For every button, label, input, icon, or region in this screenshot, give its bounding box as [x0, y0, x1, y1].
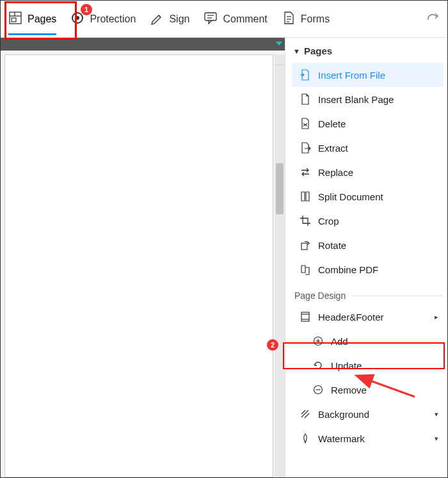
submenu-label: Remove	[331, 385, 367, 395]
chevron-down-icon: ▾	[435, 434, 438, 443]
menu-label: Insert Blank Page	[318, 94, 394, 105]
menu-label: Rotate	[318, 240, 346, 251]
blank-page-icon	[300, 93, 311, 105]
chevron-down-icon: ▾	[435, 410, 438, 418]
document-area	[1, 38, 285, 477]
sign-icon	[150, 11, 164, 28]
document-tabbar[interactable]	[1, 38, 285, 51]
menu-label: Combine PDF	[318, 264, 378, 275]
pages-icon	[8, 11, 22, 28]
tab-pages[interactable]: Pages	[8, 11, 56, 28]
panel-title: Pages	[304, 45, 332, 56]
background-icon	[300, 408, 311, 420]
rotate-icon	[300, 239, 311, 251]
svg-rect-3	[12, 18, 16, 22]
svg-line-24	[301, 410, 308, 417]
redo-icon	[426, 11, 440, 28]
main-toolbar: Pages Protection Sign Comment Forms	[1, 1, 447, 38]
menu-delete[interactable]: Delete	[292, 111, 444, 136]
watermark-icon	[300, 433, 311, 444]
menu-split[interactable]: Split Document	[292, 184, 444, 209]
tab-sign[interactable]: Sign	[150, 11, 189, 28]
tab-protection[interactable]: Protection	[70, 11, 136, 28]
svg-line-26	[305, 413, 309, 418]
annotation-badge-1: 1	[81, 4, 92, 15]
submenu-update[interactable]: Update	[292, 353, 444, 378]
delete-icon	[300, 118, 311, 129]
menu-insert-blank[interactable]: Insert Blank Page	[292, 87, 444, 111]
tab-sign-label: Sign	[169, 13, 189, 25]
menu-label: Extract	[318, 143, 348, 154]
menu-background[interactable]: Background ▾	[292, 402, 444, 426]
menu-label: Crop	[318, 216, 339, 227]
tab-forms[interactable]: Forms	[282, 11, 330, 28]
forms-icon	[282, 11, 296, 28]
tab-comment-label: Comment	[223, 13, 267, 25]
menu-replace[interactable]: Replace	[292, 160, 444, 184]
tab-comment[interactable]: Comment	[204, 11, 267, 28]
update-icon	[312, 360, 324, 371]
remove-icon	[312, 384, 324, 395]
menu-insert-from-file[interactable]: Insert From File	[292, 63, 444, 87]
menu-label: Background	[318, 409, 369, 420]
svg-line-6	[159, 15, 161, 17]
submenu-label: Update	[331, 360, 362, 371]
tab-protection-label: Protection	[90, 13, 136, 25]
document-viewport	[1, 51, 285, 477]
svg-point-5	[76, 16, 79, 20]
extract-icon	[300, 142, 311, 154]
scrollbar-vertical[interactable]	[275, 54, 285, 477]
submenu-label: Add	[331, 336, 348, 347]
document-page[interactable]	[4, 54, 273, 477]
side-panel-pages: ▼ Pages Insert From File Insert Blank Pa…	[285, 38, 447, 477]
svg-rect-15	[301, 243, 307, 250]
svg-rect-16	[301, 312, 309, 321]
menu-label: Split Document	[318, 191, 383, 202]
replace-icon	[300, 166, 311, 178]
section-page-design: Page Design	[292, 282, 444, 305]
add-icon	[312, 335, 324, 347]
tab-pages-label: Pages	[28, 13, 56, 25]
menu-label: Insert From File	[318, 70, 385, 81]
tab-forms-label: Forms	[301, 13, 330, 25]
header-footer-icon	[300, 311, 311, 323]
menu-header-footer[interactable]: Header&Footer ▸	[292, 305, 444, 329]
menu-extract[interactable]: Extract	[292, 136, 444, 160]
menu-label: Header&Footer	[318, 312, 384, 323]
menu-crop[interactable]: Crop	[292, 209, 444, 233]
menu-label: Delete	[318, 118, 346, 129]
split-icon	[300, 191, 311, 202]
redo-button[interactable]	[426, 11, 440, 28]
menu-label: Replace	[318, 167, 353, 178]
annotation-badge-2: 2	[267, 339, 278, 351]
crop-icon	[300, 215, 311, 227]
submenu-add[interactable]: Add	[292, 329, 444, 353]
insert-file-icon	[300, 69, 311, 81]
combine-icon	[300, 264, 311, 275]
comment-icon	[204, 11, 218, 28]
menu-label: Watermark	[318, 433, 365, 444]
chevron-down-icon: ▼	[293, 47, 300, 55]
menu-combine[interactable]: Combine PDF	[292, 257, 444, 282]
panel-header[interactable]: ▼ Pages	[292, 43, 444, 63]
svg-rect-7	[205, 13, 216, 20]
menu-watermark[interactable]: Watermark ▾	[292, 426, 444, 450]
submenu-remove[interactable]: Remove	[292, 378, 444, 402]
menu-rotate[interactable]: Rotate	[292, 233, 444, 257]
caret-right-icon: ▸	[435, 313, 438, 321]
